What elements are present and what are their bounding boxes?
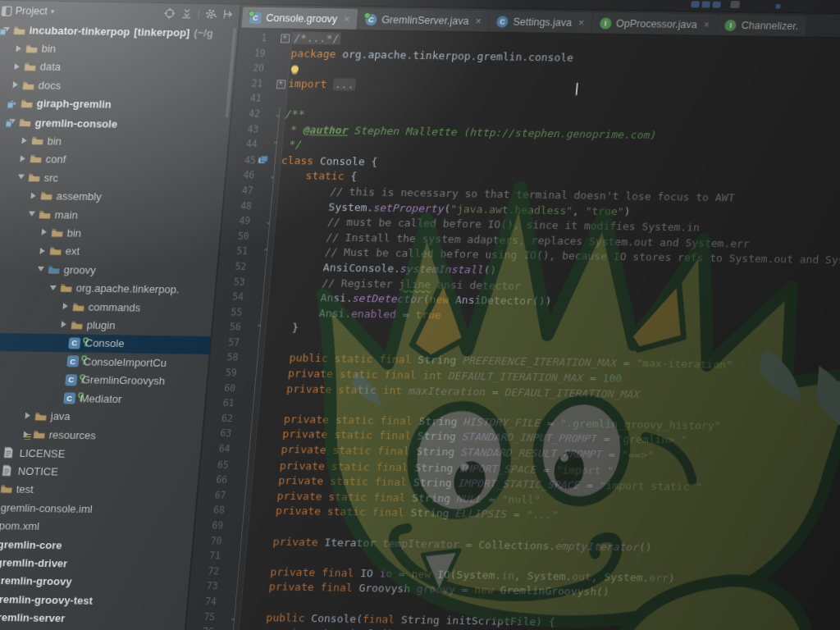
line-number: 60 xyxy=(207,381,236,396)
tree-item-label: bin xyxy=(41,43,57,55)
code-area[interactable]: /*...*/package org.apache.tinkerpop.grem… xyxy=(238,30,840,630)
chevron-right-icon[interactable] xyxy=(8,82,22,89)
line-number: 76 xyxy=(185,624,215,630)
tree-item-label: gremlin-console xyxy=(34,116,118,130)
line-number: 59 xyxy=(208,365,238,381)
chevron-right-icon[interactable] xyxy=(11,45,25,52)
tab-label: OpProcessor.java xyxy=(616,17,698,30)
tree-item-label: gremlin-groovy-test xyxy=(0,593,94,607)
chevron-right-icon[interactable] xyxy=(35,248,49,254)
folder-icon xyxy=(29,153,46,164)
chevron-right-icon[interactable] xyxy=(16,155,30,162)
tab-close-icon[interactable]: × xyxy=(703,19,710,30)
hide-icon[interactable] xyxy=(222,8,235,20)
tab-settings-java[interactable]: CSettings.java× xyxy=(488,11,592,33)
folder-icon xyxy=(21,80,39,90)
gutter-line: 70 xyxy=(194,532,248,549)
gutter-line: 74 xyxy=(188,594,242,610)
gutter-line: 55 xyxy=(214,304,268,321)
fold-collapse-icon[interactable]: ⌄ xyxy=(275,107,281,122)
file-icon xyxy=(2,446,20,459)
tab-opprocessor-java[interactable]: IOpProcessor.java× xyxy=(591,12,718,34)
gutter-line: 51⌃ xyxy=(219,244,273,260)
toolbar-icon[interactable] xyxy=(712,2,721,8)
intention-bulb-icon[interactable] xyxy=(291,66,299,73)
fold-collapse-icon[interactable]: ⌄ xyxy=(266,213,272,229)
line-number: 54 xyxy=(215,289,244,304)
tree-item-gremlin-groovy-test[interactable]: gremlin-groovy-test xyxy=(0,589,188,611)
panel-header-icons xyxy=(163,7,235,20)
java-interface-icon: I xyxy=(724,19,737,30)
chevron-right-icon[interactable] xyxy=(26,192,40,199)
chevron-right-icon[interactable] xyxy=(58,303,72,309)
line-number: 45 xyxy=(227,152,257,167)
toolbar-icon[interactable] xyxy=(730,1,740,8)
locate-icon[interactable] xyxy=(163,7,176,19)
chevron-down-icon[interactable] xyxy=(47,285,61,290)
chevron-right-icon[interactable] xyxy=(17,137,31,144)
class-icon: C xyxy=(68,336,85,349)
gutter-line: 54 xyxy=(215,289,269,305)
tab-close-icon[interactable]: × xyxy=(475,16,482,27)
gutter-line: 69 xyxy=(194,518,249,534)
toolbar-icon[interactable] xyxy=(691,1,700,7)
panel-title-dropdown-icon[interactable]: ▾ xyxy=(50,7,54,16)
collapse-all-icon[interactable] xyxy=(180,7,193,19)
chevron-down-icon[interactable] xyxy=(25,212,39,217)
line-number: 65 xyxy=(200,457,230,472)
groovy-class-icon: C xyxy=(249,11,262,23)
tree-item-label: resources xyxy=(48,428,96,441)
tab-close-icon[interactable]: × xyxy=(344,13,350,25)
chevron-right-icon[interactable] xyxy=(10,63,24,70)
gutter-line: 64 xyxy=(202,441,256,458)
tree-item-label: gremlin-console.iml xyxy=(0,501,93,515)
class-icon: C xyxy=(63,391,80,404)
java-class-icon: C xyxy=(496,16,509,27)
gutter-line: 63 xyxy=(203,426,257,442)
toolbar-icon[interactable] xyxy=(775,4,781,9)
fold-end-icon[interactable]: ⌃ xyxy=(272,137,278,153)
tree-item-label: LICENSE xyxy=(19,446,66,459)
toolbar-icon[interactable] xyxy=(701,1,710,7)
gutter-line: 48 xyxy=(223,198,277,214)
tree-item-gremlin-server[interactable]: gremlin-server xyxy=(0,608,186,630)
gutter-line: 49⌄ xyxy=(222,212,276,229)
module-tag: [tinkerpop] xyxy=(134,25,190,39)
chevron-down-icon[interactable] xyxy=(15,175,29,180)
folder-icon xyxy=(48,245,66,256)
panel-title[interactable]: Project xyxy=(15,5,48,17)
chevron-right-icon[interactable] xyxy=(37,229,51,235)
tab-channelizer-[interactable]: IChannelizer. xyxy=(717,15,807,37)
tab-console-groovy[interactable]: CConsole.groovy× xyxy=(241,7,358,30)
folder-icon xyxy=(38,208,55,219)
fold-end-icon[interactable]: ⌃ xyxy=(262,244,268,259)
fold-expand-icon[interactable]: + xyxy=(276,80,285,89)
code-editor[interactable]: 1+192021+4142⌄4344⌃4546⌄474849⌄5051⌃5253… xyxy=(185,29,840,630)
gutter-line: 45 xyxy=(227,152,281,168)
fold-collapse-icon[interactable]: ⌄ xyxy=(270,168,276,184)
tree-item-gremlin-groovy[interactable]: gremlin-groovy xyxy=(0,571,189,593)
line-number: 48 xyxy=(223,198,253,213)
folder-icon xyxy=(0,484,16,495)
gutter-line: 76 xyxy=(185,624,240,630)
chevron-right-icon[interactable] xyxy=(21,413,34,419)
tree-item-label: conf xyxy=(45,153,66,165)
module-icon xyxy=(18,116,35,127)
chevron-down-icon[interactable] xyxy=(34,267,48,272)
tree-item-label: commands xyxy=(88,300,141,313)
separator xyxy=(198,9,199,19)
fold-end-icon[interactable]: ⌃ xyxy=(256,320,262,336)
tree-item-label: java xyxy=(50,410,71,422)
line-number: 57 xyxy=(211,335,240,350)
gutter-line: 47 xyxy=(225,182,279,199)
gutter-line: 1+ xyxy=(238,30,292,47)
folder-icon xyxy=(30,135,48,146)
gear-icon[interactable] xyxy=(204,8,217,20)
tab-gremlinserver-java[interactable]: CGremlinServer.java× xyxy=(357,9,490,31)
fold-collapse-icon[interactable]: ⌄ xyxy=(231,609,236,625)
folder-icon xyxy=(23,62,40,72)
fold-expand-icon[interactable]: + xyxy=(280,34,290,43)
tab-close-icon[interactable]: × xyxy=(578,17,585,29)
tree-item-label: ext xyxy=(65,245,80,258)
chevron-right-icon[interactable] xyxy=(57,322,71,328)
